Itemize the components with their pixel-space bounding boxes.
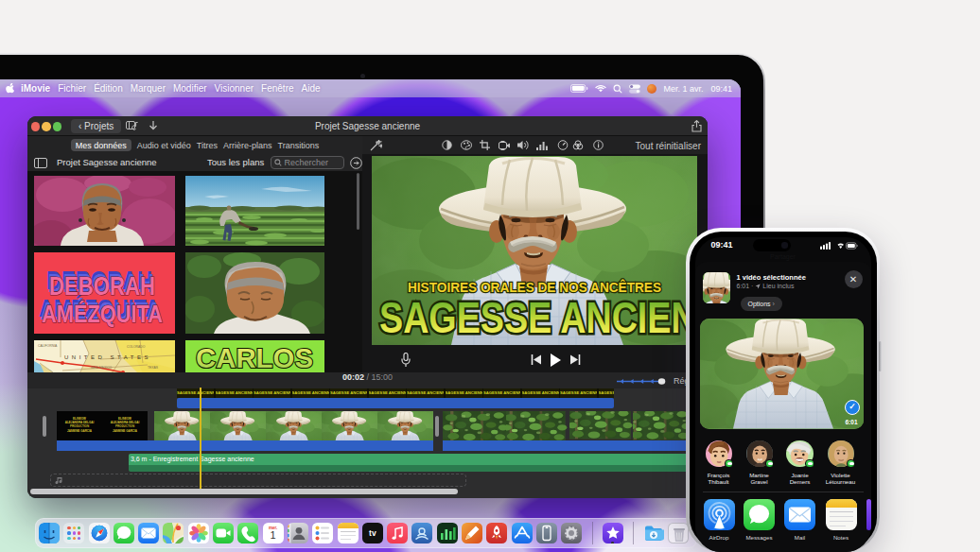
svg-text:SAGESSE ANCIENNE: SAGESSE ANCIENNE <box>379 292 697 342</box>
